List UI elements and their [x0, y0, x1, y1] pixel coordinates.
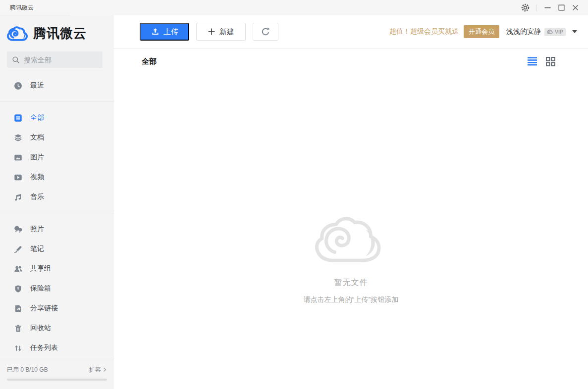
window-title: 腾讯微云: [0, 3, 34, 12]
sidebar-item-label: 笔记: [30, 244, 44, 253]
page-title: 全部: [142, 57, 157, 66]
brand-name: 腾讯微云: [33, 25, 87, 42]
transfer-arrows-icon: [14, 344, 22, 352]
sidebar-item-notes[interactable]: 笔记: [0, 239, 114, 259]
picture-icon: [14, 153, 22, 162]
weiyun-window: 腾讯微云: [0, 0, 588, 389]
username[interactable]: 浅浅的安静: [506, 27, 541, 36]
expand-storage-label: 扩容: [89, 366, 101, 374]
refresh-button[interactable]: [253, 23, 278, 41]
layers-icon: [14, 134, 22, 142]
sidebar-item-safe[interactable]: 保险箱: [0, 279, 114, 298]
sidebar-item-music[interactable]: 音乐: [0, 187, 114, 207]
view-toggles: [528, 57, 555, 66]
sidebar-item-label: 任务列表: [30, 343, 58, 352]
expand-storage-link[interactable]: 扩容: [89, 366, 107, 374]
sidebar-item-label: 文档: [30, 133, 44, 142]
search-icon: [12, 56, 20, 64]
sidebar-item-docs[interactable]: 文档: [0, 128, 114, 147]
sidebar-item-label: 保险箱: [30, 284, 51, 293]
upload-icon: [151, 27, 160, 37]
titlebar: 腾讯微云: [0, 0, 588, 15]
storage-used-label: 已用 0 B/10 GB: [7, 366, 48, 374]
share-link-icon: [14, 304, 22, 313]
new-label: 新建: [219, 27, 234, 37]
people-icon: [14, 265, 22, 273]
sidebar-item-videos[interactable]: 视频: [0, 167, 114, 187]
maximize-button[interactable]: [554, 1, 568, 14]
pencil-icon: [14, 245, 22, 253]
sidebar-item-tasks[interactable]: 任务列表: [0, 338, 114, 358]
vip-label: VIP: [555, 29, 563, 35]
chevron-right-icon: [103, 367, 107, 372]
balloons-icon: [14, 225, 22, 234]
content-area: 全部 暂无文: [114, 49, 588, 389]
search-input[interactable]: [24, 56, 93, 64]
main-panel: 上传 新建 超值！超级会员买就送 开通会员 浅浅的安静: [114, 15, 588, 389]
shield-lock-icon: [14, 285, 22, 293]
empty-subtitle: 请点击左上角的“上传”按钮添加: [114, 295, 588, 304]
weiyun-cloud-logo-icon: [6, 24, 30, 43]
sidebar-item-label: 图片: [30, 153, 44, 162]
open-vip-button[interactable]: 开通会员: [464, 25, 499, 38]
sidebar-divider: [0, 213, 114, 213]
music-note-icon: [14, 193, 22, 201]
sidebar-item-label: 分享链接: [30, 304, 58, 313]
toolbar-right: 超值！超级会员买就送 开通会员 浅浅的安静 VIP: [389, 25, 577, 38]
all-files-icon: [14, 114, 22, 122]
sidebar-item-images[interactable]: 图片: [0, 147, 114, 167]
sidebar: 腾讯微云 最近: [0, 15, 114, 389]
sidebar-item-label: 视频: [30, 173, 44, 182]
grid-view-icon[interactable]: [546, 57, 555, 66]
search-box[interactable]: [7, 51, 103, 68]
empty-state: 暂无文件 请点击左上角的“上传”按钮添加: [114, 74, 588, 389]
storage-section: 已用 0 B/10 GB 扩容: [0, 360, 114, 389]
brand-logo: 腾讯微云: [0, 15, 114, 51]
new-button[interactable]: 新建: [196, 23, 246, 41]
titlebar-separator: [536, 4, 536, 11]
sidebar-item-trash[interactable]: 回收站: [0, 318, 114, 338]
sidebar-item-label: 最近: [30, 81, 44, 90]
vip-cloud-icon: [547, 29, 553, 34]
clock-icon: [14, 82, 22, 90]
storage-progress-bar: [7, 379, 107, 381]
upload-button[interactable]: 上传: [140, 23, 189, 41]
vip-promo-text[interactable]: 超值！超级会员买就送: [389, 27, 459, 36]
empty-title: 暂无文件: [114, 278, 588, 288]
plus-icon: [208, 28, 215, 36]
settings-gear-icon[interactable]: [518, 1, 532, 14]
sidebar-item-label: 音乐: [30, 193, 44, 201]
sidebar-item-all[interactable]: 全部: [0, 108, 114, 128]
close-button[interactable]: [568, 1, 582, 14]
sidebar-item-label: 回收站: [30, 324, 51, 333]
account-dropdown-caret-icon[interactable]: [572, 30, 577, 33]
sidebar-divider: [0, 101, 114, 102]
content-header: 全部: [114, 49, 588, 74]
sidebar-item-recent[interactable]: 最近: [0, 76, 114, 96]
refresh-icon: [261, 27, 270, 37]
vip-badge: VIP: [544, 28, 566, 36]
sidebar-item-label: 全部: [30, 113, 44, 122]
trash-icon: [14, 324, 22, 333]
list-view-icon[interactable]: [528, 57, 537, 66]
sidebar-item-shared-groups[interactable]: 共享组: [0, 259, 114, 279]
upload-label: 上传: [163, 27, 178, 37]
window-controls: [518, 1, 588, 14]
sidebar-item-share-links[interactable]: 分享链接: [0, 298, 114, 318]
toolbar: 上传 新建 超值！超级会员买就送 开通会员 浅浅的安静: [114, 15, 588, 49]
sidebar-nav: 最近 全部 文档: [0, 68, 114, 360]
titlebar-underline: [0, 15, 70, 15]
play-video-icon: [14, 173, 22, 182]
minimize-button[interactable]: [540, 1, 554, 14]
sidebar-item-label: 照片: [30, 225, 44, 234]
empty-cloud-icon: [312, 209, 390, 270]
sidebar-item-label: 共享组: [30, 264, 51, 273]
sidebar-item-photos[interactable]: 照片: [0, 219, 114, 239]
